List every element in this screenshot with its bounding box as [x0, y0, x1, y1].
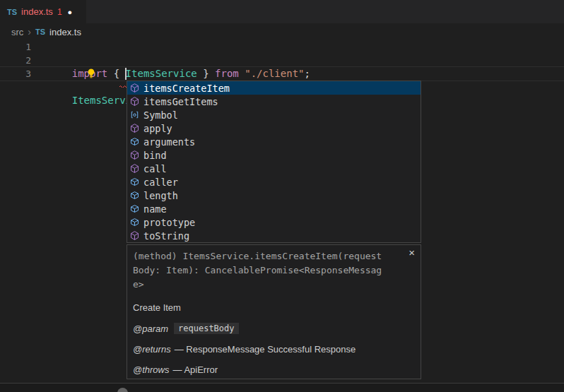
suggestion-label: bind — [143, 150, 167, 161]
suggestion-label: itemsGetItems — [143, 96, 218, 107]
doc-description: Create Item — [133, 302, 415, 313]
line-number: 2 — [0, 54, 31, 67]
suggestion-label: toString — [143, 230, 189, 242]
bottom-panel-edge — [0, 384, 564, 392]
tab-index-ts[interactable]: TS index.ts 1 ● — [0, 0, 86, 23]
code-line-3: 3 ItemsService. — [0, 67, 564, 81]
symbol-field-icon — [129, 190, 140, 201]
close-icon[interactable]: × — [409, 247, 415, 259]
suggestion-caller[interactable]: caller — [127, 175, 421, 189]
suggestion-items-get-items[interactable]: itemsGetItems — [127, 95, 421, 108]
suggestion-label: itemsCreateItem — [143, 83, 230, 94]
tab-bar: TS index.ts 1 ● — [0, 0, 564, 23]
suggestion-label: length — [143, 190, 178, 201]
method-signature: (method) ItemsService.itemsCreateItem(re… — [133, 249, 386, 292]
symbol-field-icon — [129, 217, 140, 227]
symbol-variable-icon — [129, 109, 140, 120]
lightbulb-code-action-icon[interactable] — [49, 54, 61, 66]
breadcrumb-file[interactable]: index.ts — [49, 27, 81, 37]
symbol-method-icon — [129, 150, 140, 160]
modified-indicator-dot[interactable]: ● — [68, 8, 73, 16]
breadcrumb-folder[interactable]: src — [11, 27, 23, 37]
suggestion-label: prototype — [143, 217, 195, 228]
symbol-field-icon — [129, 136, 140, 147]
editor-area[interactable]: 1 import { ItemsService } from "./client… — [0, 40, 564, 81]
tag-label: @throws — [133, 364, 170, 375]
suggestion-label: name — [143, 203, 167, 215]
suggest-widget: itemsCreateItem itemsGetItems Symbol app… — [127, 81, 421, 379]
symbol-method-icon — [129, 230, 140, 241]
line-number: 1 — [0, 40, 31, 54]
symbol-method-icon — [129, 83, 140, 93]
suggestion-length[interactable]: length — [127, 189, 421, 202]
symbol-method-icon — [129, 123, 140, 133]
tab-error-count-badge: 1 — [57, 7, 62, 17]
suggestion-name[interactable]: name — [127, 202, 421, 215]
typescript-file-icon: TS — [7, 8, 17, 16]
suggestion-to-string[interactable]: toString — [127, 229, 421, 242]
suggestion-label: arguments — [143, 136, 195, 148]
suggestion-details-panel: (method) ItemsService.itemsCreateItem(re… — [127, 244, 421, 379]
symbol-method-icon — [129, 163, 140, 174]
tab-filename: index.ts — [21, 6, 53, 17]
partial-circle-icon — [117, 388, 128, 392]
suggestion-label: call — [143, 163, 167, 174]
symbol-field-icon — [129, 203, 140, 214]
doc-tag-throws: @throws — ApiError — [133, 364, 415, 375]
suggestion-bind[interactable]: bind — [127, 148, 421, 162]
line-number-active: 3 — [0, 67, 31, 81]
code-line-2: 2 — [0, 54, 564, 67]
typescript-file-icon: TS — [35, 28, 45, 36]
tag-text: — ResponseMessage Successful Response — [175, 344, 356, 355]
param-name-chip: requestBody — [174, 323, 238, 334]
doc-tag-param: @param requestBody — [133, 323, 415, 334]
tag-text: — ApiError — [173, 364, 218, 375]
suggestion-call[interactable]: call — [127, 162, 421, 175]
suggestion-prototype[interactable]: prototype — [127, 215, 421, 229]
suggestion-label: Symbol — [143, 109, 178, 121]
chevron-right-icon: › — [28, 26, 31, 37]
symbol-field-icon — [129, 177, 140, 187]
vscode-window: { "tab": { "icon": "TS", "filename": "in… — [0, 0, 564, 392]
breadcrumb: src › TS index.ts — [0, 23, 564, 40]
tag-label: @returns — [133, 344, 171, 355]
symbol-method-icon — [129, 96, 140, 107]
suggestion-items-create-item[interactable]: itemsCreateItem — [127, 81, 421, 95]
code-line-1: 1 import { ItemsService } from "./client… — [0, 40, 564, 54]
suggestion-arguments[interactable]: arguments — [127, 135, 421, 148]
suggestion-label: apply — [143, 123, 172, 134]
doc-tag-returns: @returns — ResponseMessage Successful Re… — [133, 344, 415, 355]
suggestion-apply[interactable]: apply — [127, 121, 421, 135]
suggestion-label: caller — [143, 177, 178, 188]
tag-label: @param — [133, 323, 168, 334]
suggestion-list: itemsCreateItem itemsGetItems Symbol app… — [127, 81, 421, 243]
suggestion-symbol[interactable]: Symbol — [127, 108, 421, 121]
